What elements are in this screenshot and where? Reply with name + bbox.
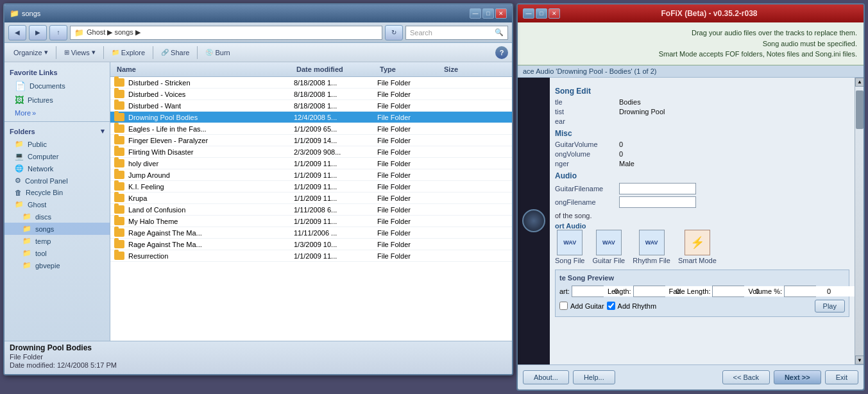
back-button[interactable]: << Back [722,370,770,384]
toolbar-divider-3 [153,46,153,59]
fofix-minimize-btn[interactable]: — [523,8,534,19]
fofix-close-btn[interactable]: ✕ [549,8,560,19]
rhythm-file-btn[interactable]: WAV Rhythm File [633,230,670,264]
sidebar-folder-computer[interactable]: 💻 Computer [4,150,110,162]
start-spinner[interactable]: ▲ ▼ [572,286,604,297]
search-box[interactable]: Search 🔍 [405,26,508,40]
right-scrollbar[interactable]: ▲ ▼ [855,78,864,365]
table-row[interactable]: Drowning Pool Bodies 12/4/2008 5... File… [110,112,512,123]
explore-button[interactable]: 📁 Explore [106,47,150,58]
add-guitar-checkbox[interactable] [559,302,568,310]
folder-icon-addr: 📁 [74,28,84,37]
sidebar-more-link[interactable]: More » [4,107,110,119]
bottom-buttons: About... Help... << Back Next >> Exit [518,364,864,390]
share-button[interactable]: 🔗 Share [156,47,194,58]
file-name-cell: Finger Eleven - Paralyzer [114,136,294,144]
col-type[interactable]: Type [377,64,441,74]
folders-header: Folders ▾ [4,124,110,138]
status-file-name: Drowning Pool Bodies [10,343,507,352]
help-button[interactable]: ? [495,46,508,59]
about-button[interactable]: About... [523,370,569,384]
burn-button[interactable]: 💿 Burn [200,47,235,58]
table-row[interactable]: holy diver 1/1/2009 11... File Folder [110,158,512,169]
table-row[interactable]: Rage Against The Ma... 1/3/2009 10... Fi… [110,239,512,250]
help-button[interactable]: Help... [573,370,615,384]
table-row[interactable]: Jump Around 1/1/2009 11... File Folder [110,169,512,181]
burn-label: Burn [215,49,230,56]
file-type-cell: File Folder [377,148,441,156]
maximize-button[interactable]: □ [482,8,494,19]
table-row[interactable]: Disturbed - Stricken 8/18/2008 1... File… [110,77,512,89]
window-title: songs [22,10,40,17]
sidebar-folder-public[interactable]: 📁 Public [4,138,110,150]
table-row[interactable]: Disturbed - Want 8/18/2008 1... File Fol… [110,100,512,112]
table-row[interactable]: K.I. Feeling 1/1/2009 11... File Folder [110,181,512,193]
search-placeholder: Search [410,29,432,37]
table-row[interactable]: My Halo Theme 1/1/2009 11... File Folder [110,216,512,227]
guitar-file-btn[interactable]: WAV Guitar File [592,230,625,264]
guitar-filename-input[interactable] [619,183,696,194]
table-row[interactable]: Flirting With Disaster 2/3/2009 908... F… [110,146,512,158]
status-bar: Drowning Pool Bodies File Folder Date mo… [4,341,512,374]
fofix-maximize-btn[interactable]: □ [536,8,547,19]
table-row[interactable]: Resurrection 1/1/2009 11... File Folder [110,250,512,262]
fade-length-spinner[interactable]: ▲ ▼ [712,286,744,297]
table-row[interactable]: Krupa 1/1/2009 11... File Folder [110,193,512,204]
scrollbar-thumb[interactable] [856,90,864,129]
next-button[interactable]: Next >> [774,370,821,384]
sidebar-folder-control-panel[interactable]: ⚙ Control Panel [4,175,110,187]
song-filename-input[interactable] [619,196,696,208]
up-button[interactable]: ↑ [49,25,67,40]
table-row[interactable]: Rage Against The Ma... 11/11/2006 ... Fi… [110,227,512,239]
address-path[interactable]: 📁 Ghost ▶ songs ▶ [70,26,382,40]
toolbar: Organize ▾ ⊞ Views ▾ 📁 Explore 🔗 Share 💿… [4,43,512,62]
scrollbar-down-btn[interactable]: ▼ [855,355,864,364]
views-button[interactable]: ⊞ Views ▾ [59,47,101,58]
back-button[interactable]: ◀ [8,25,26,40]
col-size[interactable]: Size [441,64,493,74]
folder-icon [114,240,124,248]
folders-collapse-icon[interactable]: ▾ [101,127,105,135]
col-date[interactable]: Date modified [294,64,377,74]
sidebar-item-pictures[interactable]: 🖼 Pictures [4,93,110,107]
table-row[interactable]: Disturbed - Voices 8/18/2008 1... File F… [110,89,512,100]
table-row[interactable]: Land of Confusion 1/11/2008 6... File Fo… [110,204,512,216]
scrollbar-up-btn[interactable]: ▲ [855,78,864,87]
file-type-cell: File Folder [377,183,441,191]
sidebar-folder-network[interactable]: 🌐 Network [4,162,110,175]
sidebar-item-documents[interactable]: 📄 Documents [4,79,110,93]
play-button[interactable]: Play [815,300,845,313]
smart-mode-btn[interactable]: ⚡ Smart Mode [678,230,717,264]
sidebar-pictures-label: Pictures [28,96,53,104]
refresh-button[interactable]: ↻ [385,25,403,40]
volume-spinner[interactable]: ▲ ▼ [784,286,816,297]
table-row[interactable]: Eagles - Life in the Fas... 1/1/2009 65.… [110,123,512,135]
sidebar-folder-songs[interactable]: 📁 songs [4,223,110,235]
sidebar-folder-ghost[interactable]: 📁 Ghost [4,198,110,210]
table-row[interactable]: Finger Eleven - Paralyzer 1/1/2009 14...… [110,135,512,146]
file-type-cell: File Folder [377,194,441,202]
file-name-cell: Eagles - Life in the Fas... [114,124,294,133]
computer-icon: 💻 [15,152,24,160]
minimize-button[interactable]: — [470,8,481,19]
file-type-cell: File Folder [377,252,441,260]
add-rhythm-checkbox[interactable] [607,302,615,310]
col-name[interactable]: Name [114,64,294,74]
close-button[interactable]: ✕ [495,8,507,19]
fofix-title-bar: — □ ✕ FoFiX (Beta) - v0.35.2-r038 [518,4,864,22]
sidebar-folder-gbvepie[interactable]: 📁 gbvepie [4,259,110,271]
views-chevron: ▾ [92,48,96,56]
artist-value: Drowning Pool [619,108,665,116]
song-filename-row: ongFilename [555,196,849,208]
organize-button[interactable]: Organize ▾ [8,47,53,58]
volume-value[interactable] [785,286,855,296]
content-area: Favorite Links 📄 Documents 🖼 Pictures Mo… [4,62,512,341]
length-spinner[interactable]: ▲ ▼ [633,286,665,297]
song-file-btn[interactable]: WAV Song File [555,230,584,264]
sidebar-folder-recycle-bin[interactable]: 🗑 Recycle Bin [4,187,110,198]
sidebar-folder-temp[interactable]: 📁 temp [4,235,110,247]
exit-button[interactable]: Exit [825,370,858,384]
forward-button[interactable]: ▶ [29,25,47,40]
sidebar-folder-tool[interactable]: 📁 tool [4,247,110,259]
sidebar-folder-discs[interactable]: 📁 discs [4,210,110,223]
